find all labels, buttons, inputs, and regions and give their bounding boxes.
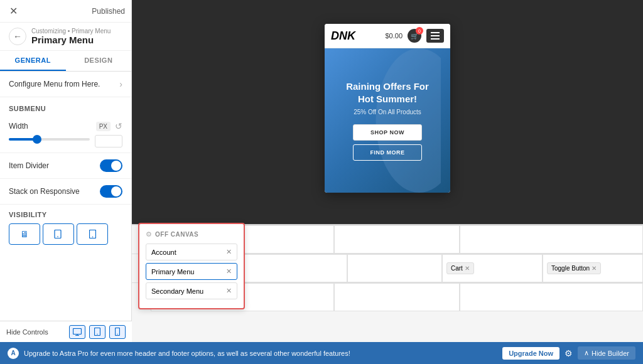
width-label-row: Width PX ↺ bbox=[9, 121, 122, 131]
unit-button[interactable]: PX bbox=[96, 122, 111, 131]
dnk-logo: DNK bbox=[331, 29, 355, 43]
grid-empty-row3-r bbox=[334, 283, 460, 311]
visibility-label: Visibility bbox=[9, 211, 122, 218]
visibility-buttons: 🖥 bbox=[9, 223, 122, 245]
tab-general[interactable]: GENERAL bbox=[0, 51, 66, 71]
find-more-button: FIND MORE bbox=[353, 144, 422, 161]
panel-title-area: Customizing • Primary Menu Primary Menu bbox=[31, 28, 111, 45]
cart-close-icon[interactable]: ✕ bbox=[465, 265, 470, 272]
off-canvas-item-close-0[interactable]: ✕ bbox=[226, 248, 232, 256]
cart-tag: Cart ✕ bbox=[446, 262, 474, 274]
hero-bg-overlay bbox=[369, 48, 450, 193]
svg-point-3 bbox=[92, 237, 93, 238]
vis-desktop-button[interactable]: 🖥 bbox=[9, 223, 40, 245]
svg-point-8 bbox=[97, 334, 97, 335]
slider-track bbox=[9, 138, 90, 141]
off-canvas-popup: ⚙ OFF CANVAS Account ✕ Primary Menu ✕ Se… bbox=[138, 223, 245, 309]
cart-icon: 🛒 0 bbox=[408, 29, 421, 43]
panel-title: Primary Menu bbox=[31, 35, 111, 45]
width-label: Width bbox=[9, 122, 28, 131]
off-canvas-item-label-0: Account bbox=[151, 249, 176, 256]
item-divider-row: Item Divider bbox=[0, 153, 131, 178]
off-canvas-title: OFF CANVAS bbox=[155, 231, 198, 238]
left-panel: ✕ Published ← Customizing • Primary Menu… bbox=[0, 0, 132, 342]
tabs-row: GENERAL DESIGN bbox=[0, 51, 131, 72]
svg-point-1 bbox=[57, 236, 58, 237]
bottom-bar: A Upgrade to Astra Pro for even more hea… bbox=[0, 342, 643, 364]
hide-controls-label: Hide Controls bbox=[6, 328, 65, 336]
upgrade-now-button[interactable]: Upgrade Now bbox=[502, 347, 559, 360]
width-value-input[interactable] bbox=[95, 135, 122, 147]
reset-button[interactable]: ↺ bbox=[115, 121, 122, 131]
cart-badge: 0 bbox=[416, 27, 423, 35]
device-mobile-btn[interactable] bbox=[109, 325, 126, 339]
back-button[interactable]: ← bbox=[9, 28, 26, 45]
hide-builder-button[interactable]: ∧ Hide Builder bbox=[578, 346, 635, 360]
width-control: Width PX ↺ bbox=[0, 116, 131, 153]
submenu-section-label: SUBMENU bbox=[0, 97, 131, 116]
off-canvas-item-label-1: Primary Menu bbox=[151, 268, 194, 276]
toggle-close-icon[interactable]: ✕ bbox=[592, 265, 597, 272]
phone-hero: Raining Offers For Hot Summer! 25% Off O… bbox=[325, 48, 450, 193]
bottom-right: ⚙ ∧ Hide Builder bbox=[565, 346, 635, 360]
slider-thumb[interactable] bbox=[33, 135, 41, 144]
menu-line bbox=[431, 35, 440, 36]
tab-design[interactable]: DESIGN bbox=[66, 51, 132, 71]
hide-builder-label: Hide Builder bbox=[592, 350, 629, 357]
chevron-right-icon: › bbox=[119, 79, 122, 89]
settings-gear-icon[interactable]: ⚙ bbox=[565, 348, 573, 358]
off-canvas-item-close-1[interactable]: ✕ bbox=[226, 267, 232, 276]
chevron-up-icon: ∧ bbox=[584, 349, 589, 357]
grid-cell-empty bbox=[347, 254, 442, 282]
toggle-button-tag: Toggle Button ✕ bbox=[547, 262, 601, 274]
hero-title: Raining Offers For Hot Summer! bbox=[337, 80, 438, 105]
device-tablet-btn[interactable] bbox=[89, 325, 105, 339]
stack-responsive-toggle[interactable] bbox=[100, 185, 122, 198]
off-canvas-item-close-2[interactable]: ✕ bbox=[226, 287, 232, 295]
panel-nav-header: ← Customizing • Primary Menu Primary Men… bbox=[0, 23, 131, 51]
off-canvas-item-2: Secondary Menu ✕ bbox=[146, 282, 237, 299]
grid-empty-row3-rr bbox=[460, 283, 643, 311]
cart-price: $0.00 bbox=[385, 32, 403, 40]
device-desktop-btn[interactable] bbox=[69, 325, 85, 339]
close-button[interactable]: ✕ bbox=[6, 4, 20, 18]
cart-label: Cart bbox=[451, 265, 463, 272]
preview-phone: DNK $0.00 🛒 0 Raining Offers For Hot Sum… bbox=[325, 24, 450, 193]
published-button[interactable]: Published bbox=[92, 7, 125, 16]
slider-container[interactable] bbox=[9, 138, 90, 144]
phone-header: DNK $0.00 🛒 0 bbox=[325, 24, 450, 48]
astra-icon: A bbox=[8, 348, 19, 359]
phone-header-right: $0.00 🛒 0 bbox=[385, 29, 444, 43]
item-divider-toggle[interactable] bbox=[100, 159, 122, 172]
menu-line bbox=[431, 38, 440, 40]
grid-empty-row1-rr bbox=[460, 225, 643, 254]
off-canvas-item-label-2: Secondary Menu bbox=[151, 287, 203, 295]
vis-tablet-button[interactable] bbox=[43, 223, 74, 245]
menu-line bbox=[431, 32, 440, 33]
stack-responsive-label: Stack on Responsive bbox=[9, 187, 80, 196]
stack-responsive-row: Stack on Responsive bbox=[0, 178, 131, 204]
gear-small-icon: ⚙ bbox=[146, 230, 152, 238]
off-canvas-item-0: Account ✕ bbox=[146, 244, 237, 260]
bottom-message: Upgrade to Astra Pro for even more heade… bbox=[24, 350, 497, 357]
hide-controls-bar: Hide Controls bbox=[0, 321, 132, 342]
configure-menu-row[interactable]: Configure Menu from Here. › bbox=[0, 72, 131, 97]
toggle-button-label: Toggle Button bbox=[551, 265, 590, 272]
hamburger-icon bbox=[426, 29, 444, 43]
published-bar: ✕ Published bbox=[0, 0, 131, 23]
grid-empty-row1-r bbox=[334, 225, 460, 254]
svg-point-10 bbox=[117, 334, 117, 335]
configure-label: Configure Menu from Here. bbox=[9, 80, 100, 88]
off-canvas-item-1: Primary Menu ✕ bbox=[146, 263, 237, 280]
hero-subtitle: 25% Off On All Products bbox=[354, 109, 421, 115]
vis-mobile-button[interactable] bbox=[77, 223, 108, 245]
shop-now-button: SHOP NOW bbox=[353, 124, 422, 141]
popup-header: ⚙ OFF CANVAS bbox=[146, 230, 237, 238]
slider-row bbox=[9, 135, 122, 147]
grid-cell-toggle: Toggle Button ✕ bbox=[543, 254, 643, 282]
svg-rect-4 bbox=[73, 328, 82, 334]
panel-breadcrumb: Customizing • Primary Menu bbox=[31, 28, 111, 35]
visibility-row: Visibility 🖥 bbox=[0, 204, 131, 251]
item-divider-label: Item Divider bbox=[9, 161, 49, 170]
grid-cell-cart: Cart ✕ bbox=[442, 254, 543, 282]
